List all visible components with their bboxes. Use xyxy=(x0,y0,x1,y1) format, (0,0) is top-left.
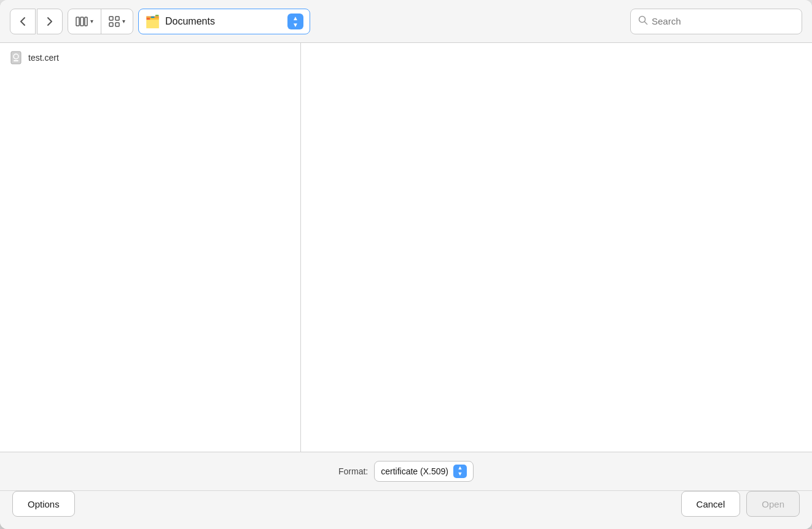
cancel-button[interactable]: Cancel xyxy=(681,491,741,517)
svg-rect-3 xyxy=(109,17,113,20)
view-group: ▾ ▾ xyxy=(68,9,133,34)
format-value: certificate (X.509) xyxy=(381,466,448,476)
file-open-dialog: ▾ ▾ 🗂️ Documents ▲ ▼ xyxy=(0,0,812,529)
format-arrows-icon: ▲ ▼ xyxy=(453,465,467,478)
svg-rect-9 xyxy=(11,52,21,64)
grid-view-chevron: ▾ xyxy=(122,18,125,25)
folder-icon: 🗂️ xyxy=(145,14,160,29)
svg-rect-11 xyxy=(14,60,18,61)
search-box xyxy=(630,9,802,34)
toolbar: ▾ ▾ 🗂️ Documents ▲ ▼ xyxy=(0,0,812,43)
button-row: Options Cancel Open xyxy=(12,491,800,529)
preview-pane xyxy=(301,43,812,452)
grid-view-button[interactable]: ▾ xyxy=(101,9,133,34)
search-icon xyxy=(638,15,648,28)
svg-rect-1 xyxy=(80,17,84,26)
svg-line-8 xyxy=(645,21,647,24)
cert-file-icon xyxy=(10,52,22,64)
columns-view-button[interactable]: ▾ xyxy=(68,9,101,34)
options-button[interactable]: Options xyxy=(12,491,75,517)
nav-group xyxy=(10,9,63,34)
file-name: test.cert xyxy=(28,53,59,63)
file-pane-left: test.cert xyxy=(0,43,301,452)
format-row: Format: certificate (X.509) ▲ ▼ xyxy=(12,452,800,490)
svg-rect-4 xyxy=(115,17,119,20)
location-selector[interactable]: 🗂️ Documents ▲ ▼ xyxy=(138,9,310,34)
columns-view-chevron: ▾ xyxy=(90,18,93,25)
file-item[interactable]: test.cert xyxy=(0,48,300,68)
format-selector[interactable]: certificate (X.509) ▲ ▼ xyxy=(374,461,474,482)
svg-rect-0 xyxy=(76,17,79,26)
open-button[interactable]: Open xyxy=(746,491,800,517)
format-label: Format: xyxy=(338,466,368,476)
location-label: Documents xyxy=(165,16,283,27)
forward-button[interactable] xyxy=(37,9,63,34)
right-buttons: Cancel Open xyxy=(681,491,800,517)
location-arrows-icon: ▲ ▼ xyxy=(287,14,303,29)
svg-rect-2 xyxy=(85,17,87,26)
footer: Format: certificate (X.509) ▲ ▼ Options … xyxy=(0,452,812,529)
svg-rect-5 xyxy=(109,23,113,26)
back-button[interactable] xyxy=(10,9,36,34)
svg-rect-6 xyxy=(115,23,119,26)
file-browser: test.cert xyxy=(0,43,812,452)
search-input[interactable] xyxy=(652,16,794,26)
